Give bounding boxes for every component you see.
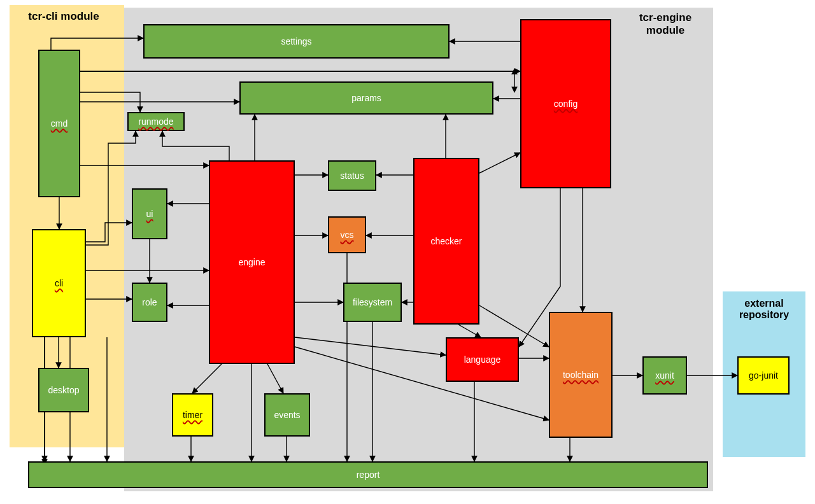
box-toolchain: toolchain: [549, 312, 613, 438]
box-filesystem: filesystem: [343, 283, 402, 322]
box-cmd: cmd: [38, 50, 80, 197]
box-runmode: runmode: [127, 112, 185, 131]
box-language: language: [446, 337, 519, 382]
box-settings: settings: [143, 24, 450, 59]
box-cli: cli: [32, 229, 86, 337]
box-timer: timer: [172, 393, 213, 437]
region-ext-label: external repository: [726, 298, 802, 321]
box-role: role: [132, 283, 167, 322]
box-checker: checker: [413, 158, 479, 325]
region-cli-label: tcr-cli module: [13, 10, 115, 23]
box-ui: ui: [132, 188, 167, 239]
region-engine-label: tcr-engine module: [624, 11, 707, 36]
box-gojunit: go-junit: [737, 356, 790, 395]
box-status: status: [328, 160, 376, 191]
box-config: config: [520, 19, 611, 188]
box-engine: engine: [209, 160, 295, 364]
diagram-canvas: tcr-cli module tcr-engine module externa…: [0, 0, 815, 504]
box-vcs: vcs: [328, 216, 366, 253]
box-xunit: xunit: [642, 356, 687, 395]
box-events: events: [264, 393, 310, 437]
box-desktop: desktop: [38, 368, 89, 412]
box-params: params: [239, 81, 493, 115]
box-report: report: [28, 461, 708, 488]
